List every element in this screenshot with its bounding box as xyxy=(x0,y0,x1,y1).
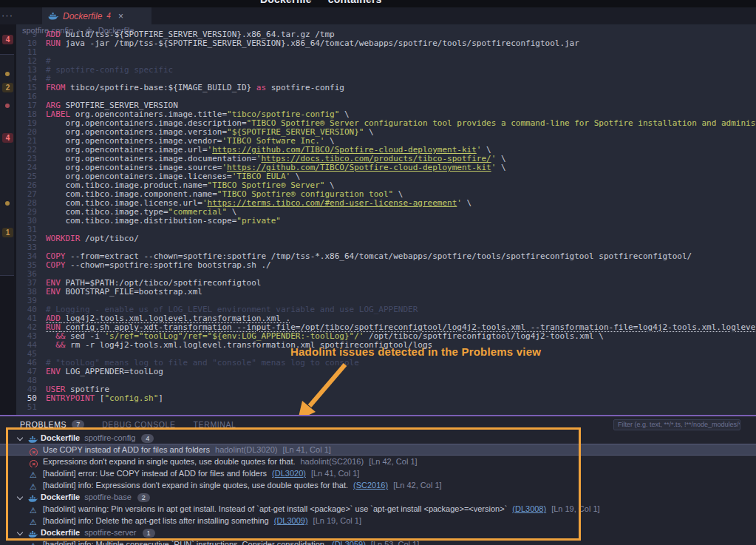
group-folder-name: spotfire-config xyxy=(84,433,135,442)
editor-decoration-strip: 4241 xyxy=(0,24,16,415)
error-icon: × xyxy=(30,460,38,467)
tag-containers[interactable]: containers xyxy=(328,0,382,5)
problem-row[interactable]: ⚠[hadolint] info: Delete the apt-get lis… xyxy=(0,515,756,527)
line-number: 51 xyxy=(16,403,37,412)
problem-location: [Ln 41, Col 1] xyxy=(282,445,330,454)
problem-location: [Ln 53, Col 1] xyxy=(371,540,419,545)
tab-problem-count: 4 xyxy=(106,12,111,20)
problem-rule-link[interactable]: (DL3059) xyxy=(332,540,366,545)
docker-whale-icon xyxy=(28,434,38,444)
problem-source: hadolint(DL3020) xyxy=(215,445,277,454)
chevron-down-icon[interactable] xyxy=(17,494,23,500)
docker-whale-icon xyxy=(28,493,38,503)
problems-count-badge: 7 xyxy=(72,420,84,429)
panel-tab-problems[interactable]: PROBLEMS7 xyxy=(20,420,84,429)
problems-group-header[interactable]: Dockerfilespotfire-config4 xyxy=(0,432,756,444)
annotation-text: Hadolint issues detected in the Problems… xyxy=(290,345,541,358)
problem-message: [hadolint] info: Expressions don't expan… xyxy=(43,481,348,490)
tag-dockerfile[interactable]: Dockerfile xyxy=(260,0,312,5)
code-line[interactable]: 50ENTRYPOINT ["config.sh"] xyxy=(16,394,756,403)
group-file-name: Dockerfilespotfire-config4 xyxy=(41,432,154,444)
warning-icon: ⚠ xyxy=(30,518,37,527)
tab-title: Dockerfile xyxy=(63,11,102,21)
code-text: FROM tibco/spotfire-base:${IMAGE_BUILD_I… xyxy=(46,84,344,92)
problem-location: [Ln 19, Col 1] xyxy=(551,504,599,513)
problem-rule-link[interactable]: (DL3020) xyxy=(272,469,306,478)
code-line[interactable]: 10RUN java -jar /tmp/tss-${SPOTFIRE_SERV… xyxy=(16,39,756,48)
problem-message: [hadolint] info: Delete the apt-get list… xyxy=(43,516,269,525)
code-line[interactable]: 51 xyxy=(16,403,756,412)
problem-rule-link[interactable]: (DL3009) xyxy=(274,516,308,525)
code-text: ENV LOG_APPENDER=toolLog xyxy=(46,368,163,376)
problem-row[interactable]: ⚠[hadolint] info: Expressions don't expa… xyxy=(0,479,756,491)
problem-location: [Ln 41, Col 1] xyxy=(311,469,359,478)
code-text: # spotfire-config specific xyxy=(46,66,173,75)
problem-row[interactable]: ⚠[hadolint] error: Use COPY instead of A… xyxy=(0,467,756,479)
problems-group-header[interactable]: Dockerfilespotfire-base2 xyxy=(0,491,756,503)
more-actions-icon[interactable]: ··· xyxy=(1,10,13,21)
code-line[interactable]: 32WORKDIR /opt/tibco/ xyxy=(16,234,756,243)
code-text: com.tibco.image.distribution-scope="priv… xyxy=(46,217,281,226)
gutter-badge: 4 xyxy=(2,35,13,44)
error-icon: × xyxy=(30,448,38,456)
page-header: Dockerfile containers xyxy=(0,0,756,7)
code-line[interactable]: 30 com.tibco.image.distribution-scope="p… xyxy=(16,217,756,226)
problem-row[interactable]: ×Use COPY instead of ADD for files and f… xyxy=(0,444,756,456)
panel-tab-terminal[interactable]: TERMINAL xyxy=(194,420,236,429)
problem-row[interactable]: ×Expressions don't expand in single quot… xyxy=(0,456,756,467)
problems-group-header[interactable]: Dockerfilespotfire-server1 xyxy=(0,527,756,538)
warning-icon: ⚠ xyxy=(30,482,37,491)
chevron-down-icon[interactable] xyxy=(17,435,23,441)
tab-dockerfile[interactable]: Dockerfile 4 × xyxy=(42,7,151,24)
gutter-badge xyxy=(5,104,10,108)
code-line[interactable]: 38ENV BOOTSTRAP_FILE=bootstrap.xml xyxy=(16,288,756,297)
problem-rule-link[interactable]: (SC2016) xyxy=(353,481,388,490)
problems-list: Dockerfilespotfire-config4×Use COPY inst… xyxy=(0,432,756,545)
group-file-name: Dockerfilespotfire-base2 xyxy=(41,491,150,503)
close-icon[interactable]: × xyxy=(118,11,123,21)
code-line[interactable]: 48 xyxy=(16,376,756,385)
code-text: COPY --chown=spotfire:spotfire bootstrap… xyxy=(46,261,271,270)
problem-message: [hadolint] warning: Pin versions in apt … xyxy=(43,504,507,513)
problem-message: Use COPY instead of ADD for files and fo… xyxy=(43,445,210,454)
code-line[interactable]: 13# spotfire-config specific xyxy=(16,66,756,75)
code-line[interactable]: 15FROM tibco/spotfire-base:${IMAGE_BUILD… xyxy=(16,84,756,92)
problems-panel: PROBLEMS7DEBUG CONSOLETERMINAL Filter (e… xyxy=(0,415,756,545)
docker-whale-icon xyxy=(28,529,38,538)
gutter-badge: 1 xyxy=(2,228,13,237)
problem-message: [hadolint] info: Multiple consecutive `R… xyxy=(43,540,327,545)
warning-icon: ⚠ xyxy=(30,470,37,479)
problem-row[interactable]: ⚠[hadolint] info: Multiple consecutive `… xyxy=(0,538,756,545)
gutter-badge: 4 xyxy=(2,133,13,143)
group-count-badge: 4 xyxy=(141,434,154,443)
gutter-badge: 2 xyxy=(2,83,13,92)
gutter-badge xyxy=(5,201,10,206)
vscode-window: Dockerfile containers ··· Dockerfile 4 ×… xyxy=(0,0,756,545)
problem-location: [Ln 19, Col 1] xyxy=(313,516,361,525)
group-count-badge: 1 xyxy=(143,529,155,538)
code-text: ENTRYPOINT ["config.sh"] xyxy=(46,394,163,403)
code-text: ENV BOOTSTRAP_FILE=bootstrap.xml xyxy=(46,288,202,297)
chevron-down-icon[interactable] xyxy=(17,529,23,535)
code-line[interactable]: 11 xyxy=(16,48,756,57)
problems-filter-input[interactable]: Filter (e.g. text, **/*.ts, !**/node_mod… xyxy=(613,419,740,430)
code-text: WORKDIR /opt/tibco/ xyxy=(46,234,139,243)
docker-whale-icon xyxy=(48,10,58,23)
group-folder-name: spotfire-base xyxy=(84,492,132,501)
group-folder-name: spotfire-server xyxy=(84,528,136,537)
problem-location: [Ln 42, Col 1] xyxy=(393,481,441,490)
code-text: RUN java -jar /tmp/tss-${SPOTFIRE_SERVER… xyxy=(46,39,579,48)
problem-rule-link[interactable]: (DL3008) xyxy=(512,504,546,513)
problem-message: Expressions don't expand in single quote… xyxy=(43,457,296,466)
panel-tab-debug-console[interactable]: DEBUG CONSOLE xyxy=(102,420,175,429)
problem-source: hadolint(SC2016) xyxy=(301,457,364,466)
group-count-badge: 2 xyxy=(137,493,150,502)
problem-row[interactable]: ⚠[hadolint] warning: Pin versions in apt… xyxy=(0,503,756,515)
code-line[interactable]: 35COPY --chown=spotfire:spotfire bootstr… xyxy=(16,261,756,270)
editor-tab-bar: ··· Dockerfile 4 × xyxy=(0,7,756,24)
problem-message: [hadolint] error: Use COPY instead of AD… xyxy=(43,469,267,478)
warning-icon: ⚠ xyxy=(30,541,37,545)
warning-icon: ⚠ xyxy=(30,506,37,515)
problem-location: [Ln 42, Col 1] xyxy=(369,457,417,466)
code-line[interactable]: 47ENV LOG_APPENDER=toolLog xyxy=(16,368,756,376)
